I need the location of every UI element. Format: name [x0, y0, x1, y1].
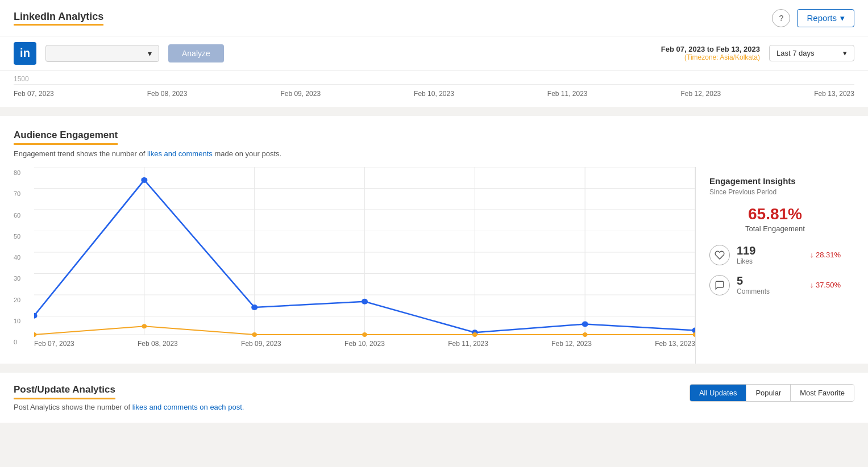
y-label-10: 10: [14, 318, 20, 324]
divider-1: [0, 111, 868, 116]
post-section-header: Post/Update Analytics Post Analytics sho…: [14, 384, 854, 411]
help-button[interactable]: ?: [772, 9, 790, 27]
divider-2: [0, 368, 868, 373]
comments-change: ↓ 37.50%: [810, 281, 841, 289]
engagement-subtitle-link: likes and comments: [147, 149, 213, 158]
x-label-3: Feb 10, 2023: [414, 90, 454, 98]
blue-dot-2: [251, 305, 258, 310]
eng-x-1: Feb 08, 2023: [138, 340, 178, 348]
filter-most-favorite[interactable]: Most Favorite: [791, 385, 854, 401]
y-label-50: 50: [14, 233, 20, 240]
yellow-dot-5: [583, 332, 588, 337]
likes-label: Likes: [737, 257, 803, 265]
post-section-title: Post/Update Analytics: [14, 384, 115, 399]
yellow-dot-3: [362, 332, 367, 337]
comments-value: 5: [737, 274, 803, 287]
eng-x-0: Feb 07, 2023: [34, 340, 74, 348]
x-label-5: Feb 12, 2023: [681, 90, 721, 98]
x-label-1: Feb 08, 2023: [147, 90, 188, 98]
eng-x-6: Feb 13, 2023: [655, 340, 695, 348]
x-label-2: Feb 09, 2023: [280, 90, 321, 98]
engagement-layout: 80 70 60 50 40 30 20 10 0: [14, 167, 854, 364]
engagement-chart-svg: [34, 167, 695, 337]
app-title: LinkedIn Analytics: [14, 11, 103, 23]
period-select[interactable]: Last 7 days ▾: [769, 45, 854, 61]
engagement-xaxis: Feb 07, 2023 Feb 08, 2023 Feb 09, 2023 F…: [34, 340, 695, 348]
blue-dot-0: [34, 313, 38, 319]
app-title-wrap: LinkedIn Analytics: [14, 11, 103, 26]
engagement-subtitle: Engagement trend shows the number of lik…: [14, 149, 854, 158]
engagement-chart-area: 80 70 60 50 40 30 20 10 0: [14, 167, 695, 364]
top-chart-strip: 1500 Feb 07, 2023 Feb 08, 2023 Feb 09, 2…: [0, 70, 868, 111]
help-icon: ?: [779, 14, 784, 23]
yellow-dot-0: [34, 332, 36, 337]
blue-dot-3: [362, 299, 368, 305]
likes-change: ↓ 28.31%: [810, 251, 841, 259]
likes-info: 119 Likes: [737, 244, 803, 265]
y-label-20: 20: [14, 297, 20, 303]
reports-button[interactable]: Reports ▾: [797, 9, 854, 27]
comments-info: 5 Comments: [737, 274, 803, 295]
top-chart-value: 1500: [14, 75, 854, 83]
y-label-80: 80: [14, 169, 20, 176]
page-select-chevron: ▾: [148, 49, 152, 58]
engagement-total-percent: 65.81%: [709, 205, 841, 223]
top-chart-line: [14, 84, 854, 85]
insights-title: Engagement Insights: [709, 176, 841, 186]
y-label-30: 30: [14, 275, 20, 282]
filter-buttons: All Updates Popular Most Favorite: [690, 384, 854, 402]
likes-metric-row: 119 Likes ↓ 28.31%: [709, 244, 841, 265]
engagement-section-title: Audience Engagement: [14, 130, 118, 145]
page-select[interactable]: ▾: [45, 45, 159, 62]
comment-icon: [715, 280, 725, 290]
yellow-dot-2: [252, 332, 257, 337]
engagement-total-label: Total Engagement: [709, 224, 841, 233]
post-subtitle-link: likes and comments on each post.: [132, 403, 244, 411]
likes-value: 119: [737, 244, 803, 257]
post-analytics-section: Post/Update Analytics Post Analytics sho…: [0, 373, 868, 423]
filter-all-updates[interactable]: All Updates: [690, 385, 746, 401]
header-right: ? Reports ▾: [772, 9, 854, 27]
analyze-button[interactable]: Analyze: [168, 44, 224, 62]
date-range-wrap: Feb 07, 2023 to Feb 13, 2023 (Timezone: …: [661, 45, 854, 61]
x-label-4: Feb 11, 2023: [547, 90, 588, 98]
title-underline: [14, 24, 103, 26]
eng-x-5: Feb 12, 2023: [551, 340, 592, 348]
comments-metric-row: 5 Comments ↓ 37.50%: [709, 274, 841, 295]
eng-x-2: Feb 09, 2023: [241, 340, 281, 348]
filter-popular[interactable]: Popular: [746, 385, 791, 401]
y-label-40: 40: [14, 254, 20, 261]
date-range-main: Feb 07, 2023 to Feb 13, 2023: [661, 45, 760, 53]
eng-x-4: Feb 11, 2023: [448, 340, 488, 348]
insights-period: Since Previous Period: [709, 188, 841, 196]
x-label-0: Feb 07, 2023: [14, 90, 54, 98]
post-subtitle: Post Analytics shows the number of likes…: [14, 403, 244, 411]
comments-label: Comments: [737, 287, 803, 295]
audience-engagement-section: Audience Engagement Engagement trend sho…: [0, 116, 868, 364]
linkedin-letter: in: [20, 47, 30, 60]
likes-icon: [709, 245, 730, 265]
yellow-dot-4: [472, 332, 477, 337]
yellow-dot-1: [142, 324, 147, 328]
comments-icon: [709, 275, 730, 295]
linkedin-logo: in: [14, 42, 36, 65]
eng-x-3: Feb 10, 2023: [344, 340, 385, 348]
date-range-sub: (Timezone: Asia/Kolkata): [661, 53, 760, 61]
app-header: LinkedIn Analytics ? Reports ▾: [0, 0, 868, 36]
heart-icon: [715, 250, 725, 260]
y-label-0: 0: [14, 339, 20, 345]
period-label: Last 7 days: [776, 49, 815, 57]
top-chart-xaxis: Feb 07, 2023 Feb 08, 2023 Feb 09, 2023 F…: [14, 87, 854, 98]
date-range-text: Feb 07, 2023 to Feb 13, 2023 (Timezone: …: [661, 45, 760, 61]
period-chevron: ▾: [843, 49, 847, 57]
y-axis-labels: 80 70 60 50 40 30 20 10 0: [14, 167, 20, 348]
reports-label: Reports: [807, 13, 837, 23]
yellow-dot-6: [693, 332, 695, 337]
chevron-down-icon: ▾: [840, 13, 845, 23]
post-title-wrap: Post/Update Analytics Post Analytics sho…: [14, 384, 244, 411]
x-label-6: Feb 13, 2023: [814, 90, 854, 98]
blue-dot-5: [582, 322, 588, 327]
blue-dot-1: [141, 177, 147, 183]
toolbar: in ▾ Analyze Feb 07, 2023 to Feb 13, 202…: [0, 36, 868, 70]
insights-panel: Engagement Insights Since Previous Perio…: [695, 167, 854, 364]
